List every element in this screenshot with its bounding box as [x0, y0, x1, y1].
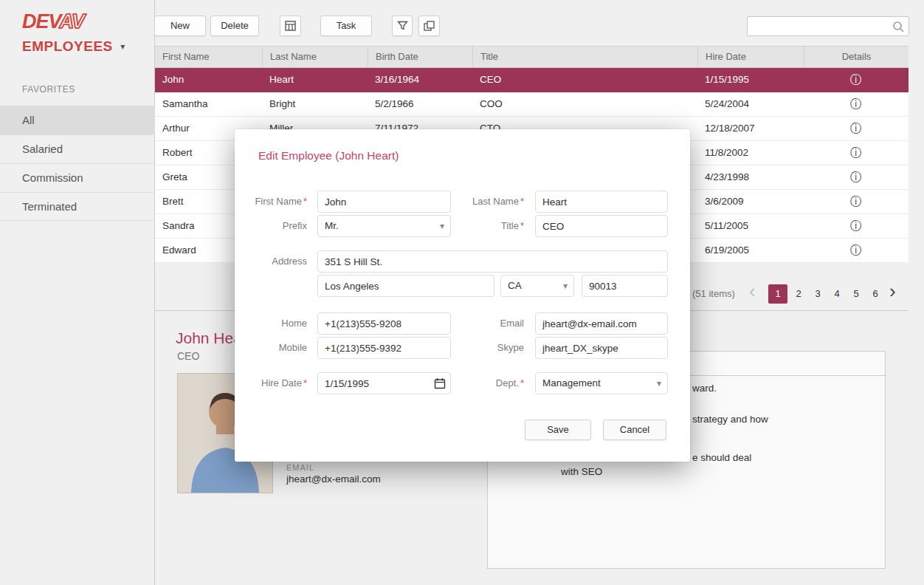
column-header-birth-date[interactable]: Birth Date [368, 47, 472, 67]
notes-text-fragment: ward. [692, 383, 717, 394]
mobile-phone-input[interactable] [317, 337, 451, 359]
new-button[interactable]: New [154, 16, 206, 36]
logo-dev-text: DEV [22, 10, 60, 32]
cell-hire-date: 3/6/2009 [697, 190, 804, 214]
search-box [747, 16, 909, 36]
cell-first-name: Samantha [155, 92, 262, 117]
cell-first-name: John [155, 68, 262, 92]
required-marker: * [520, 220, 524, 231]
details-info-icon[interactable]: ⓘ [850, 171, 862, 183]
last-name-label: Last Name* [453, 191, 524, 213]
column-header-last-name[interactable]: Last Name [262, 47, 368, 67]
devav-logo: DEVAV [22, 10, 84, 33]
dialog-title: Edit Employee (John Heart) [258, 149, 399, 162]
details-info-icon[interactable]: ⓘ [850, 219, 862, 232]
grid-view-button[interactable] [280, 16, 301, 36]
notes-text-fragment: e should deal [692, 452, 751, 463]
required-marker: * [303, 196, 307, 207]
card-view-button[interactable] [418, 16, 440, 36]
column-header-details[interactable]: Details [804, 47, 909, 67]
last-name-input[interactable] [535, 191, 668, 213]
city-input[interactable] [317, 275, 494, 297]
dept-select[interactable]: Management▾ [535, 372, 668, 394]
cancel-button[interactable]: Cancel [603, 420, 666, 440]
cell-title: CEO [472, 68, 697, 92]
filter-button[interactable] [392, 16, 413, 36]
required-marker: * [520, 377, 524, 389]
cell-hire-date: 4/23/1998 [697, 165, 804, 190]
mobile-phone-label: Mobile [235, 337, 307, 359]
first-name-label: First Name* [235, 191, 307, 213]
favorites-label: FAVORITES [22, 84, 75, 95]
home-phone-label: Home [235, 312, 307, 335]
card-view-icon [424, 19, 435, 30]
required-marker: * [520, 196, 524, 207]
email-value: jheart@dx-email.com [286, 473, 381, 485]
pager-page-1[interactable]: 1 [768, 284, 787, 304]
cell-hire-date: 11/8/2002 [697, 141, 804, 165]
column-header-first-name[interactable]: First Name [155, 47, 262, 67]
email-label: EMAIL [286, 463, 314, 472]
cell-hire-date: 6/19/2005 [697, 239, 804, 263]
search-input[interactable] [748, 17, 909, 35]
details-info-icon[interactable]: ⓘ [850, 98, 862, 110]
pager-page-3[interactable]: 3 [808, 284, 827, 304]
email-input[interactable] [535, 312, 668, 335]
details-info-icon[interactable]: ⓘ [850, 146, 862, 159]
caret-down-icon: ▾ [657, 373, 661, 394]
sidebar: DEVAV EMPLOYEES ▾ FAVORITES All Salaried… [0, 0, 155, 585]
sidebar-item-all[interactable]: All [0, 106, 155, 134]
pager-page-6[interactable]: 6 [866, 284, 885, 304]
pager-page-4[interactable]: 4 [827, 284, 847, 304]
table-row[interactable]: Samantha Bright 5/2/1966 COO 5/24/2004 ⓘ [155, 92, 909, 117]
caret-down-icon: ▾ [440, 216, 444, 236]
cell-hire-date: 5/11/2005 [697, 214, 804, 239]
home-phone-input[interactable] [317, 312, 451, 335]
title-label: Title* [453, 215, 524, 237]
column-header-hire-date[interactable]: Hire Date [697, 47, 804, 67]
sidebar-item-commission[interactable]: Commission [0, 163, 155, 192]
pager-page-5[interactable]: 5 [847, 284, 866, 304]
zipcode-input[interactable] [582, 275, 668, 297]
pager-next-icon[interactable]: › [889, 281, 896, 301]
edit-employee-dialog: Edit Employee (John Heart) First Name* L… [235, 129, 690, 462]
caret-down-icon: ▾ [120, 41, 125, 52]
search-icon [892, 20, 905, 36]
cell-hire-date: 12/18/2007 [697, 117, 804, 141]
sidebar-item-salaried[interactable]: Salaried [0, 134, 155, 163]
state-select[interactable]: CA▾ [500, 275, 574, 297]
save-button[interactable]: Save [525, 420, 591, 440]
skype-input[interactable] [535, 337, 668, 359]
prefix-label: Prefix [235, 215, 307, 237]
first-name-input[interactable] [317, 191, 451, 213]
address-input[interactable] [317, 250, 668, 273]
column-header-title[interactable]: Title [472, 47, 697, 67]
pager-page-2[interactable]: 2 [789, 284, 808, 304]
title-input[interactable] [535, 215, 668, 237]
cell-hire-date: 5/24/2004 [697, 92, 804, 117]
pager-prev-icon[interactable]: ‹ [749, 281, 756, 301]
details-info-icon[interactable]: ⓘ [850, 244, 862, 256]
details-info-icon[interactable]: ⓘ [850, 195, 862, 208]
grid-view-icon [285, 19, 296, 30]
table-row[interactable]: John Heart 3/16/1964 CEO 1/15/1995 ⓘ [155, 68, 909, 92]
email-field-label: Email [453, 312, 524, 335]
employees-menu[interactable]: EMPLOYEES ▾ [22, 38, 125, 55]
app-title: EMPLOYEES [22, 38, 113, 54]
cell-birth-date: 3/16/1964 [368, 68, 472, 92]
hire-date-input[interactable] [317, 372, 451, 394]
cell-last-name: Bright [262, 92, 368, 117]
logo-av-text: AV [60, 10, 85, 32]
sidebar-item-terminated[interactable]: Terminated [0, 192, 155, 221]
delete-button[interactable]: Delete [210, 16, 259, 36]
address-label: Address [235, 250, 307, 273]
task-button[interactable]: Task [320, 16, 372, 36]
details-info-icon[interactable]: ⓘ [850, 73, 862, 86]
cell-birth-date: 5/2/1966 [368, 92, 472, 117]
detail-employee-role: CEO [177, 350, 199, 362]
details-info-icon[interactable]: ⓘ [850, 122, 862, 134]
prefix-select[interactable]: Mr.▾ [317, 215, 451, 237]
cell-hire-date: 1/15/1995 [697, 68, 804, 92]
pager-items-count: (51 items) [692, 288, 735, 299]
calendar-icon[interactable] [434, 377, 446, 392]
